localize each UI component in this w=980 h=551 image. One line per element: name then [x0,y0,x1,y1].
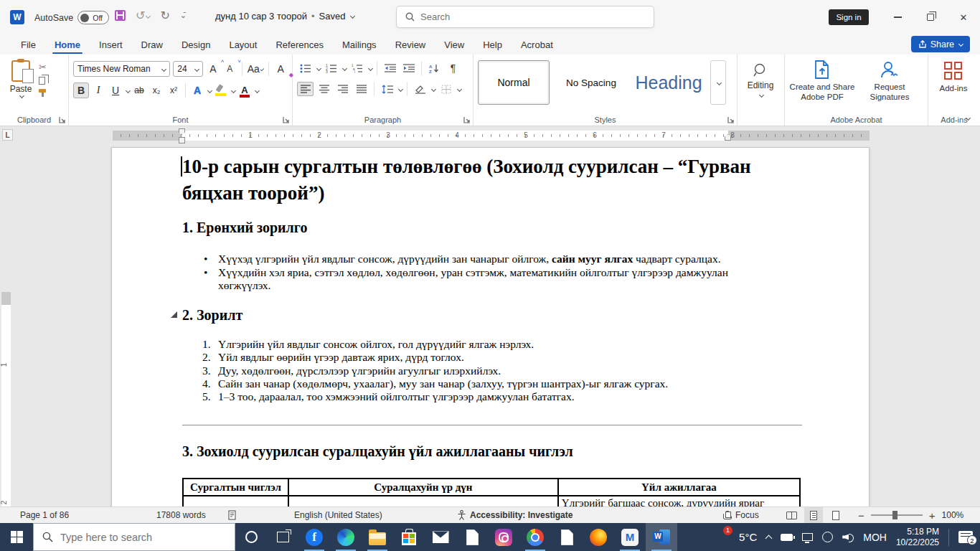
font-name-combo[interactable]: Times New Roman [73,61,170,77]
strikethrough-button[interactable]: ab [131,83,147,98]
sign-in-button[interactable]: Sign in [829,9,869,25]
taskbar-edge[interactable] [330,523,362,551]
bold-button[interactable]: B [73,83,89,98]
keyboard-language[interactable]: МОН [863,532,887,543]
taskbar-instagram[interactable] [488,523,519,551]
shading-dropdown-icon[interactable] [431,86,436,91]
tab-layout[interactable]: Layout [220,34,266,55]
increase-indent-button[interactable] [400,61,417,75]
restore-button[interactable] [914,0,947,34]
sort-button[interactable]: AZ [426,61,443,75]
clipboard-dialog-launcher-icon[interactable] [59,116,66,123]
taskbar-mail-m[interactable]: M [614,523,646,551]
taskbar-word[interactable]: W [646,523,677,551]
styles-gallery-more-button[interactable] [710,60,726,105]
clock[interactable]: 5:18 PM 10/22/2025 [896,527,939,548]
vertical-ruler[interactable]: 1 2 3 [1,292,11,507]
language-indicator[interactable]: English (United States) [294,507,382,523]
grow-font-button[interactable]: A˄ [206,61,220,77]
font-dialog-launcher-icon[interactable] [283,116,290,123]
search-input[interactable] [420,11,621,22]
styles-dialog-launcher-icon[interactable] [727,116,735,123]
print-layout-button[interactable] [804,507,823,523]
font-color-dropdown-icon[interactable] [255,88,260,93]
font-size-combo[interactable]: 24 [173,61,203,77]
task-view-button[interactable] [267,523,298,551]
battery-icon[interactable] [781,534,793,541]
proofing-icon[interactable] [228,507,237,523]
text-effects-button[interactable]: A [189,83,205,98]
multilevel-list-dropdown-icon[interactable] [368,65,373,70]
tab-selector[interactable]: L [2,129,13,141]
copy-icon[interactable] [39,77,45,85]
cortana-button[interactable] [235,523,267,551]
clear-formatting-button[interactable]: A [274,61,288,77]
taskbar-store[interactable] [393,523,425,551]
shading-button[interactable] [412,82,428,96]
focus-button[interactable]: Focus [723,507,759,523]
zoom-slider[interactable] [871,514,923,516]
taskbar-search-input[interactable] [60,532,218,543]
borders-dropdown-icon[interactable] [457,86,462,91]
bullet-list-dropdown-icon[interactable] [316,65,321,70]
close-button[interactable]: ✕ [947,0,980,34]
zoom-in-button[interactable]: + [929,509,936,522]
numbered-list-dropdown-icon[interactable] [342,65,347,70]
style-normal[interactable]: Normal [478,60,550,105]
taskbar-search-box[interactable] [33,523,235,551]
tab-view[interactable]: View [435,34,473,55]
taskbar-chrome[interactable] [519,523,551,551]
document-title-area[interactable]: дунд 10 сар 3 тоорой • Saved [215,11,354,22]
taskbar-file-explorer[interactable] [362,523,393,551]
zoom-out-button[interactable]: − [858,509,864,522]
numbered-list-button[interactable]: 123 [323,61,339,75]
taskbar-firefox[interactable] [583,523,614,551]
editing-button[interactable]: Editing [742,63,779,97]
justify-button[interactable] [353,82,369,96]
cut-icon[interactable]: ✂ [39,62,47,72]
document-page[interactable]: 10-р сарын сургалтын төлөвлөгөө (Зохиолд… [111,147,870,507]
taskbar-facebook[interactable]: f [298,523,330,551]
ime-icon[interactable] [822,532,833,542]
tab-design[interactable]: Design [172,34,220,55]
align-left-button[interactable] [297,82,314,96]
tab-insert[interactable]: Insert [90,34,132,55]
minimize-button[interactable] [881,0,914,34]
borders-button[interactable] [438,82,454,96]
tab-acrobat[interactable]: Acrobat [512,34,562,55]
redo-icon[interactable]: ↻ [160,9,169,22]
word-count[interactable]: 17808 words [156,507,206,523]
zoom-level[interactable]: 100% [942,510,964,520]
tab-mailings[interactable]: Mailings [333,34,386,55]
search-box[interactable] [396,6,654,28]
network-icon[interactable] [802,533,813,541]
start-button[interactable] [0,523,33,551]
read-mode-button[interactable] [782,507,801,523]
tray-expand-icon[interactable] [765,534,773,542]
decrease-indent-button[interactable] [382,61,398,75]
underline-button[interactable]: U [108,83,123,98]
change-case-button[interactable]: Aa [248,61,263,77]
line-spacing-button[interactable] [379,82,395,96]
web-layout-button[interactable] [826,507,845,523]
taskbar-document-app[interactable] [456,523,488,551]
tab-references[interactable]: References [266,34,332,55]
action-center-button[interactable]: 2 [958,531,973,543]
bullet-list-button[interactable] [297,61,314,75]
accessibility-status[interactable]: Accessibility: Investigate [457,507,573,523]
multilevel-list-button[interactable]: 1ai [349,61,365,75]
create-share-pdf-button[interactable]: Create and Share Adobe PDF [789,60,855,103]
align-center-button[interactable] [316,82,332,96]
shrink-font-button[interactable]: A˅ [223,61,237,77]
superscript-button[interactable]: x² [166,83,182,98]
autosave-toggle[interactable]: Off [77,11,109,24]
paste-button[interactable]: Paste [4,60,37,113]
volume-icon[interactable] [842,532,854,542]
share-button[interactable]: Share [911,36,970,52]
tab-review[interactable]: Review [386,34,435,55]
text-effects-dropdown-icon[interactable] [207,88,212,93]
highlight-dropdown-icon[interactable] [231,88,236,93]
show-formatting-marks-button[interactable]: ¶ [445,61,461,75]
tab-draw[interactable]: Draw [132,34,172,55]
horizontal-ruler[interactable]: 1 2 3 4 5 6 7 8 [113,131,870,141]
